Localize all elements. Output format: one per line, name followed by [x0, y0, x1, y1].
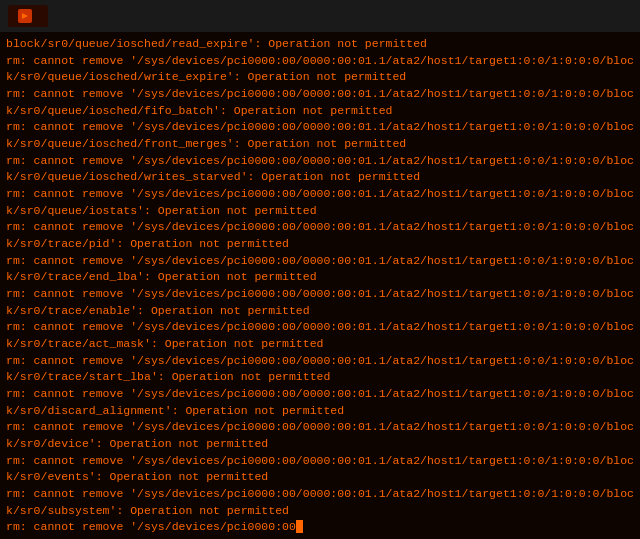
terminal-line: rm: cannot remove '/sys/devices/pci0000:… — [6, 319, 634, 352]
terminal-line: rm: cannot remove '/sys/devices/pci0000:… — [6, 386, 634, 419]
terminal-body: block/sr0/queue/iosched/read_expire': Op… — [0, 32, 640, 539]
svg-marker-0 — [22, 13, 28, 19]
terminal-line: rm: cannot remove '/sys/devices/pci0000:… — [6, 119, 634, 152]
terminal-line: rm: cannot remove '/sys/devices/pci0000:… — [6, 253, 634, 286]
titlebar-left — [8, 5, 66, 27]
terminal-line: rm: cannot remove '/sys/devices/pci0000:… — [6, 53, 634, 86]
minimize-button[interactable] — [592, 14, 600, 18]
titlebar — [0, 0, 640, 32]
terminal-cursor — [296, 520, 303, 533]
terminal-line: rm: cannot remove '/sys/devices/pci0000:… — [6, 186, 634, 219]
terminal-line: rm: cannot remove '/sys/devices/pci0000:… — [6, 86, 634, 119]
terminal-tab[interactable] — [8, 5, 48, 27]
terminal-tab-icon — [18, 9, 32, 23]
window-controls — [592, 14, 632, 18]
terminal-line: rm: cannot remove '/sys/devices/pci0000:… — [6, 353, 634, 386]
terminal-line: rm: cannot remove '/sys/devices/pci0000:… — [6, 153, 634, 186]
terminal-line: rm: cannot remove '/sys/devices/pci0000:… — [6, 486, 634, 519]
terminal-line: rm: cannot remove '/sys/devices/pci0000:… — [6, 453, 634, 486]
terminal-line: rm: cannot remove '/sys/devices/pci0000:… — [6, 419, 634, 452]
maximize-button[interactable] — [608, 14, 616, 18]
terminal-line: rm: cannot remove '/sys/devices/pci0000:… — [6, 219, 634, 252]
terminal-window: block/sr0/queue/iosched/read_expire': Op… — [0, 0, 640, 539]
terminal-line: block/sr0/queue/iosched/read_expire': Op… — [6, 36, 634, 53]
close-button[interactable] — [624, 14, 632, 18]
terminal-line: rm: cannot remove '/sys/devices/pci0000:… — [6, 519, 634, 536]
terminal-line: rm: cannot remove '/sys/devices/pci0000:… — [6, 286, 634, 319]
